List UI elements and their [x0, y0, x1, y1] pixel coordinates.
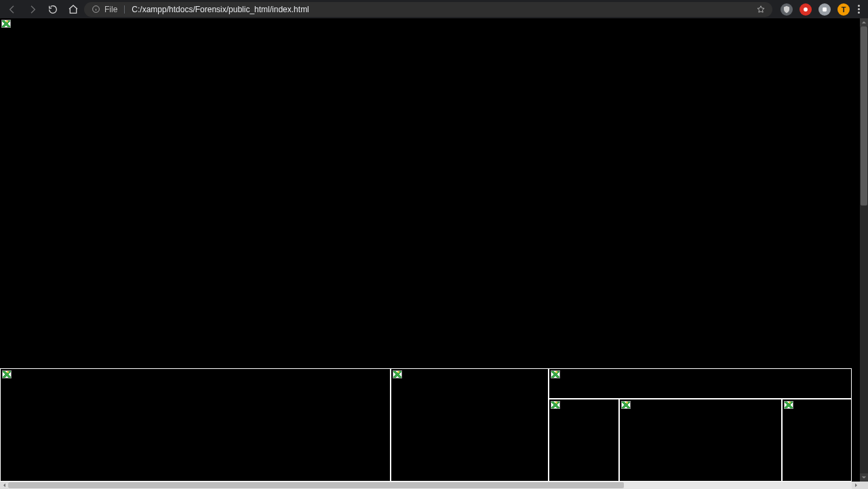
chrome-menu-button[interactable]	[856, 3, 861, 15]
profile-avatar[interactable]: T	[837, 3, 850, 16]
nav-cluster	[4, 4, 79, 15]
back-button[interactable]	[7, 4, 18, 15]
horizontal-scroll-thumb[interactable]	[8, 482, 624, 488]
site-info-icon[interactable]	[91, 5, 100, 14]
forward-button[interactable]	[27, 4, 38, 15]
broken-image-row1-c	[549, 368, 852, 399]
viewport	[0, 18, 868, 482]
svg-point-3	[804, 7, 808, 12]
extension-red-icon[interactable]	[800, 3, 812, 16]
vertical-scrollbar[interactable]	[860, 18, 868, 482]
browser-toolbar: File C:/xampp/htdocs/Forensix/public_htm…	[0, 0, 868, 18]
extension-grey-icon[interactable]	[818, 3, 831, 16]
address-bar[interactable]: File C:/xampp/htdocs/Forensix/public_htm…	[84, 2, 772, 17]
broken-image-row2-b	[619, 399, 782, 482]
reload-button[interactable]	[47, 4, 58, 15]
bookmark-star-icon[interactable]	[756, 5, 766, 14]
scroll-down-arrow-icon[interactable]	[860, 473, 868, 482]
horizontal-scroll-track[interactable]	[8, 482, 852, 489]
scrollbar-corner	[860, 482, 868, 489]
extension-shield-icon[interactable]	[781, 3, 793, 16]
vertical-scroll-thumb[interactable]	[861, 26, 867, 206]
broken-image-row1-a	[0, 368, 391, 482]
avatar-initial: T	[842, 5, 846, 14]
url-separator	[124, 5, 125, 14]
broken-image-row1-b	[391, 368, 549, 482]
broken-image-hero	[0, 18, 852, 368]
page-body	[0, 18, 860, 482]
url-scheme: File	[104, 5, 117, 14]
horizontal-scrollbar[interactable]	[0, 482, 868, 489]
vertical-scroll-track[interactable]	[860, 26, 868, 473]
url-path: C:/xampp/htdocs/Forensix/public_html/ind…	[132, 5, 752, 14]
svg-rect-4	[823, 7, 827, 12]
scroll-left-arrow-icon[interactable]	[0, 482, 8, 489]
extension-cluster: T	[778, 3, 864, 16]
broken-image-row2-c	[782, 399, 852, 482]
broken-image-row2-a	[549, 399, 619, 482]
scroll-right-arrow-icon[interactable]	[852, 482, 860, 489]
scroll-up-arrow-icon[interactable]	[860, 18, 868, 26]
home-button[interactable]	[68, 4, 79, 15]
